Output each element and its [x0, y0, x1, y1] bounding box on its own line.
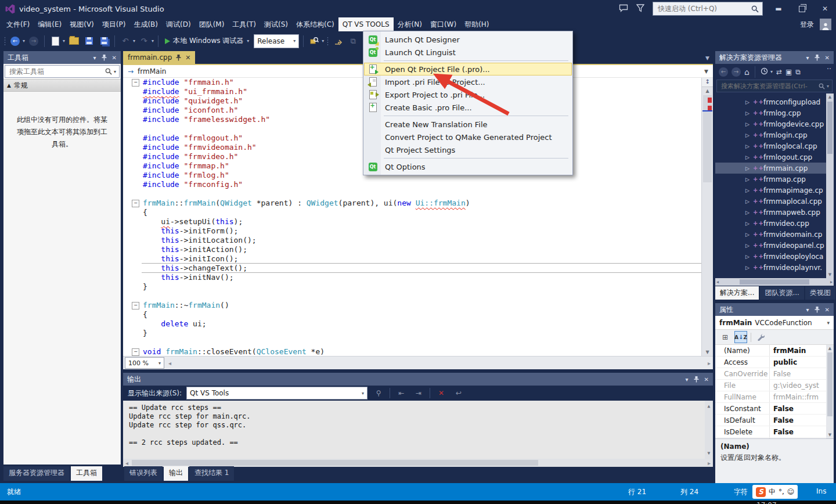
- qt-menu-item[interactable]: Convert Project to QMake Generated Proje…: [364, 131, 572, 143]
- redo-dropdown-icon[interactable]: ▾: [152, 38, 154, 44]
- tool-window-tab[interactable]: 工具箱: [71, 466, 102, 481]
- pending-changes-filter-icon[interactable]: [761, 67, 768, 77]
- menu-item[interactable]: 工具(T): [228, 17, 260, 31]
- tool-window-tab[interactable]: 服务器资源管理器: [3, 466, 70, 481]
- menu-item[interactable]: 团队(M): [195, 17, 229, 31]
- toolbox-close-icon[interactable]: ✕: [112, 55, 117, 61]
- qt-menu-item[interactable]: QtLaunch Qt Designer: [364, 33, 572, 46]
- avatar-icon[interactable]: [820, 19, 831, 30]
- expander-icon[interactable]: ▷: [745, 210, 753, 215]
- expander-icon[interactable]: ▷: [745, 165, 753, 171]
- restore-button[interactable]: [794, 2, 809, 15]
- hscroll-thumb[interactable]: [132, 460, 538, 466]
- properties-menu-icon[interactable]: ▾: [806, 307, 809, 313]
- sogou-icon[interactable]: S: [756, 487, 766, 497]
- tree-item[interactable]: ▷++frmmapweb.cpp: [715, 207, 834, 218]
- solution-tab[interactable]: 类视图: [805, 286, 835, 300]
- code-line[interactable]: −void frmMain::closeEvent(QCloseEvent *e…: [123, 347, 702, 356]
- code-line[interactable]: this->initNav();: [123, 273, 702, 282]
- expander-icon[interactable]: ▷: [745, 199, 753, 204]
- solution-tab[interactable]: 团队资源...: [760, 286, 803, 300]
- expander-icon[interactable]: ▷: [745, 243, 753, 249]
- ime-emoji-icon[interactable]: ☺: [787, 488, 795, 496]
- tree-item[interactable]: ▷++frmvideoployloca: [715, 251, 834, 262]
- expander-icon[interactable]: ▷: [745, 254, 753, 260]
- qt-menu-item[interactable]: Open Qt Project File (.pro)...: [364, 63, 572, 75]
- pin-icon[interactable]: [102, 55, 107, 61]
- properties-header[interactable]: 属性 ▾ ✕: [715, 303, 834, 316]
- toolbox-menu-icon[interactable]: ▾: [93, 55, 96, 61]
- code-line[interactable]: −frmMain::frmMain(QWidget *parent) : QWi…: [123, 199, 702, 208]
- property-row[interactable]: IsFinalFalse: [715, 438, 834, 438]
- start-debug-button[interactable]: 本地 Windows 调试器 ▾: [163, 36, 251, 46]
- collapse-icon[interactable]: −: [132, 348, 139, 356]
- code-line[interactable]: this->initLocation();: [123, 236, 702, 245]
- menu-item[interactable]: 生成(B): [129, 17, 162, 31]
- alphabetical-sort-icon[interactable]: A↓Z: [734, 331, 747, 343]
- navigate-back-icon[interactable]: ←: [9, 35, 21, 48]
- active-files-dropdown-icon[interactable]: ▼: [705, 55, 709, 61]
- undo-icon[interactable]: ↶: [119, 35, 132, 48]
- property-row[interactable]: IsConstantFalse: [715, 403, 834, 415]
- toolbar-grip[interactable]: [3, 37, 6, 46]
- solution-search-input[interactable]: [720, 82, 819, 91]
- code-line[interactable]: [123, 291, 702, 301]
- toolbox-section-general[interactable]: ▲ 常规: [3, 79, 121, 92]
- expander-icon[interactable]: ▷: [745, 232, 753, 237]
- tree-item[interactable]: ▷++frmlogdevice.cpp: [715, 118, 834, 129]
- debug-target-dropdown-icon[interactable]: ▾: [247, 38, 249, 44]
- solution-vertical-scrollbar[interactable]: ▲▼: [826, 93, 834, 278]
- menu-item[interactable]: 窗口(W): [426, 17, 460, 31]
- expander-icon[interactable]: ▷: [745, 221, 753, 226]
- qt-menu-item[interactable]: QtLaunch Qt Linguist: [364, 46, 572, 59]
- menu-item[interactable]: 编辑(E): [34, 17, 66, 31]
- scroll-up-icon[interactable]: ▲: [702, 87, 713, 95]
- pin-icon[interactable]: [815, 307, 820, 313]
- menu-item[interactable]: 文件(F): [2, 17, 34, 31]
- pin-icon[interactable]: [694, 376, 699, 383]
- scrollbar-thumb[interactable]: [827, 352, 833, 416]
- output-vertical-scrollbar[interactable]: ▲▼: [705, 401, 713, 459]
- redo-icon[interactable]: ↷: [138, 35, 150, 48]
- forward-icon[interactable]: →: [732, 67, 741, 77]
- status-line[interactable]: 行 21: [628, 487, 646, 497]
- menu-item[interactable]: 项目(P): [98, 17, 130, 31]
- overflow-icon[interactable]: ‥: [827, 63, 831, 71]
- output-menu-icon[interactable]: ▾: [686, 376, 689, 383]
- tree-item[interactable]: ▷++frmlog.cpp: [715, 107, 834, 118]
- filter-dropdown-icon[interactable]: ▾: [770, 69, 773, 74]
- expander-icon[interactable]: ▷: [745, 110, 753, 116]
- configuration-combo[interactable]: Release▾: [254, 34, 299, 48]
- collapse-icon[interactable]: −: [132, 302, 139, 309]
- pin-icon[interactable]: [815, 55, 820, 61]
- tree-item[interactable]: ▷++frmmaplocal.cpp: [715, 196, 834, 207]
- new-file-icon[interactable]: [49, 35, 62, 48]
- properties-vertical-scrollbar[interactable]: ▲▼: [826, 345, 834, 438]
- tree-item[interactable]: ▷++frmvideopanel.cp: [715, 240, 834, 251]
- object-dropdown-icon[interactable]: ▾: [827, 320, 830, 326]
- expander-icon[interactable]: ▷: [745, 121, 753, 127]
- output-header[interactable]: 输出 ▾ ✕: [123, 373, 713, 386]
- property-pages-icon[interactable]: [755, 332, 766, 343]
- property-row[interactable]: Fileg:\video_syst: [715, 380, 834, 391]
- find-in-files-icon[interactable]: [308, 35, 320, 48]
- copy-item-icon[interactable]: ⧉: [347, 35, 359, 48]
- menu-item[interactable]: QT VS TOOLS: [338, 17, 394, 31]
- tree-item[interactable]: ▷++frmlogin.cpp: [715, 129, 834, 141]
- hscroll-left-icon[interactable]: ◂: [123, 460, 131, 466]
- qt-menu-item[interactable]: Export Project to .pri File...: [364, 88, 572, 101]
- solution-horizontal-scrollbar[interactable]: ◂ ▸: [715, 278, 834, 286]
- tree-item[interactable]: ▷++frmconfigupload: [715, 96, 834, 107]
- toolbox-search[interactable]: ▾: [5, 65, 120, 78]
- solution-explorer-search[interactable]: ▾: [716, 80, 833, 92]
- close-tab-icon[interactable]: ✕: [185, 54, 190, 62]
- bottom-panel-tab[interactable]: 查找结果 1: [189, 466, 234, 481]
- properties-object-row[interactable]: frmMain VCCodeFunction ▾: [715, 316, 834, 330]
- hscroll-right-icon[interactable]: ▸: [830, 279, 833, 285]
- scroll-down-icon[interactable]: ▼: [702, 348, 713, 356]
- code-line[interactable]: [123, 189, 702, 199]
- code-line[interactable]: this->initForm();: [123, 226, 702, 236]
- qt-menu-item[interactable]: Qt Project Settings: [364, 143, 572, 156]
- tree-item[interactable]: ▷++frmvideoplaynvr.: [715, 262, 834, 273]
- tree-item[interactable]: ▷++frmmain.cpp: [715, 163, 834, 174]
